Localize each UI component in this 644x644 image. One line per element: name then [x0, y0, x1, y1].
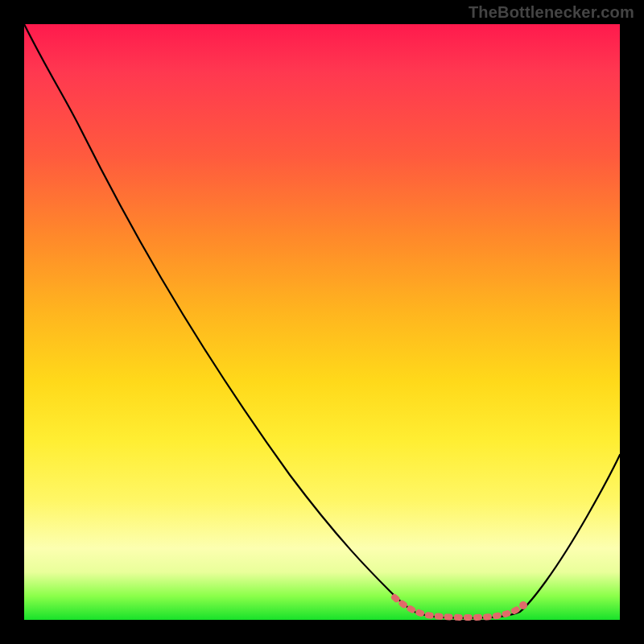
- chart-lines: [24, 24, 620, 620]
- highlight-endpoint-dot: [519, 601, 527, 609]
- bottleneck-curve: [24, 24, 620, 618]
- highlight-segment: [394, 597, 518, 617]
- watermark-text: TheBottlenecker.com: [469, 3, 634, 22]
- chart-frame: TheBottlenecker.com: [0, 0, 644, 644]
